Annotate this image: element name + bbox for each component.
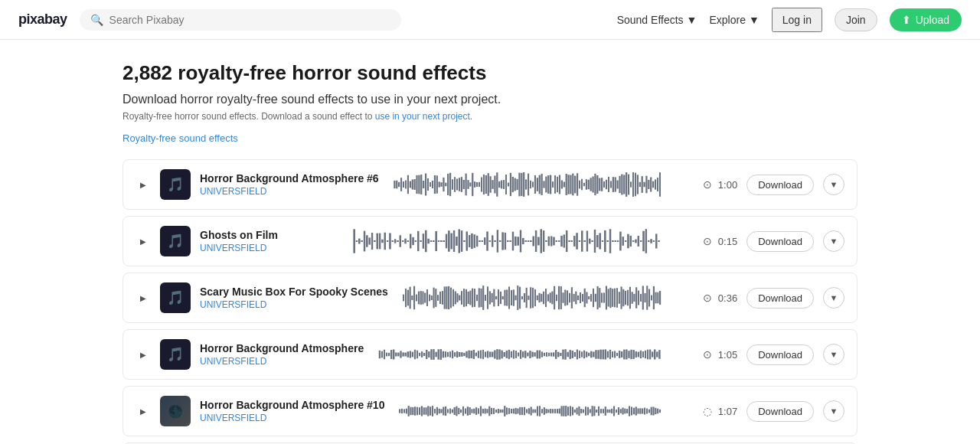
sound-meta: ⊙0:15 xyxy=(676,235,737,247)
header: pixabay 🔍 Sound Effects ▼ Explore ▼ Log … xyxy=(0,0,980,40)
sound-row: ▶🎵Ghosts on FilmUNIVERSFIELD⊙0:15Downloa… xyxy=(122,216,858,266)
like-icon: ⊙ xyxy=(703,348,712,361)
more-options-button[interactable]: ▼ xyxy=(823,287,844,309)
sound-author[interactable]: UNIVERSFIELD xyxy=(200,186,379,197)
waveform[interactable] xyxy=(373,338,667,371)
join-button[interactable]: Join xyxy=(835,8,877,31)
waveform-image xyxy=(388,171,668,198)
thumbnail: 🎵 xyxy=(160,282,191,313)
loading-icon: ◌ xyxy=(703,405,712,417)
sound-author[interactable]: UNIVERSFIELD xyxy=(200,243,338,253)
sound-meta: ⊙0:36 xyxy=(676,292,737,304)
duration: 1:07 xyxy=(718,406,737,417)
waveform-image xyxy=(397,284,667,312)
download-button[interactable]: Download xyxy=(746,231,814,252)
waveform[interactable] xyxy=(394,394,667,428)
nav-links: Sound Effects ▼ Explore ▼ Log in Join ⬆ … xyxy=(617,8,962,32)
more-options-button[interactable]: ▼ xyxy=(823,230,844,252)
duration: 1:05 xyxy=(718,349,737,361)
sound-meta: ⊙1:05 xyxy=(676,348,737,361)
thumbnail: 🎵 xyxy=(160,169,191,200)
sound-name: Horror Background Atmosphere xyxy=(200,342,364,354)
waveform-image xyxy=(373,341,667,368)
upload-icon: ⬆ xyxy=(902,14,911,26)
sound-name: Ghosts on Film xyxy=(200,229,338,241)
waveform[interactable] xyxy=(388,168,668,201)
more-options-button[interactable]: ▼ xyxy=(823,400,844,422)
nav-explore[interactable]: Explore ▼ xyxy=(709,14,759,26)
sound-meta: ◌1:07 xyxy=(676,405,737,417)
sound-name: Scary Music Box For Spooky Scenes xyxy=(200,286,388,298)
duration: 0:36 xyxy=(718,292,737,304)
download-button[interactable]: Download xyxy=(746,175,814,195)
sound-name: Horror Background Atmosphere #6 xyxy=(200,172,379,184)
like-icon: ⊙ xyxy=(703,178,712,191)
like-icon: ⊙ xyxy=(703,292,712,304)
desc-link[interactable]: use in your next project. xyxy=(375,111,472,122)
download-button[interactable]: Download xyxy=(746,401,814,422)
sound-meta: ⊙1:00 xyxy=(676,178,737,191)
sound-list: ▶🎵Horror Background Atmosphere #6UNIVERS… xyxy=(122,159,858,444)
search-icon: 🔍 xyxy=(90,14,103,26)
play-button[interactable]: ▶ xyxy=(136,347,151,362)
waveform-image xyxy=(394,397,667,425)
page-desc: Royalty-free horror sound effects. Downl… xyxy=(122,111,858,122)
page-title: 2,882 royalty-free horror sound effects xyxy=(122,61,858,85)
thumbnail: 🎵 xyxy=(160,339,191,370)
chevron-down-icon: ▼ xyxy=(687,14,697,26)
more-options-button[interactable]: ▼ xyxy=(823,344,844,365)
thumbnail: 🎵 xyxy=(160,226,191,256)
search-input[interactable] xyxy=(109,14,390,26)
play-button[interactable]: ▶ xyxy=(136,177,151,192)
sound-info: Horror Background AtmosphereUNIVERSFIELD xyxy=(200,342,364,367)
search-bar[interactable]: 🔍 xyxy=(80,9,401,31)
sound-row: ▶🎵Horror Background AtmosphereUNIVERSFIE… xyxy=(122,329,858,380)
thumbnail: 🌑 xyxy=(160,396,191,426)
play-button[interactable]: ▶ xyxy=(136,233,151,249)
nav-sound-effects[interactable]: Sound Effects ▼ xyxy=(617,14,697,26)
breadcrumb[interactable]: Royalty-free sound effects xyxy=(122,132,858,144)
chevron-down-icon: ▼ xyxy=(749,14,760,26)
login-button[interactable]: Log in xyxy=(772,8,822,32)
sound-name: Horror Background Atmosphere #10 xyxy=(200,399,384,411)
download-button[interactable]: Download xyxy=(746,288,814,309)
play-button[interactable]: ▶ xyxy=(136,290,151,305)
page-subtitle: Download horror royalty-free sound effec… xyxy=(122,93,858,106)
sound-info: Scary Music Box For Spooky ScenesUNIVERS… xyxy=(200,286,388,310)
sound-author[interactable]: UNIVERSFIELD xyxy=(200,299,388,310)
sound-info: Horror Background Atmosphere #6UNIVERSFI… xyxy=(200,172,379,197)
sound-author[interactable]: UNIVERSFIELD xyxy=(200,413,384,423)
play-button[interactable]: ▶ xyxy=(136,403,151,419)
waveform-image xyxy=(347,227,667,255)
waveform[interactable] xyxy=(397,281,667,315)
logo: pixabay xyxy=(18,11,67,28)
like-icon: ⊙ xyxy=(703,235,712,247)
sound-row: ▶🎵Horror Background Atmosphere #6UNIVERS… xyxy=(122,159,858,210)
waveform[interactable] xyxy=(347,224,667,258)
upload-button[interactable]: ⬆ Upload xyxy=(890,8,962,31)
sound-info: Horror Background Atmosphere #10UNIVERSF… xyxy=(200,399,384,423)
sound-info: Ghosts on FilmUNIVERSFIELD xyxy=(200,229,338,253)
sound-row: ▶🌑Horror Background Atmosphere #10UNIVER… xyxy=(122,386,858,436)
page-content: 2,882 royalty-free horror sound effects … xyxy=(0,40,980,444)
sound-row: ▶🎵Scary Music Box For Spooky ScenesUNIVE… xyxy=(122,273,858,323)
more-options-button[interactable]: ▼ xyxy=(823,174,844,195)
sound-author[interactable]: UNIVERSFIELD xyxy=(200,356,364,367)
duration: 0:15 xyxy=(718,236,737,247)
download-button[interactable]: Download xyxy=(746,344,814,365)
duration: 1:00 xyxy=(718,179,737,191)
